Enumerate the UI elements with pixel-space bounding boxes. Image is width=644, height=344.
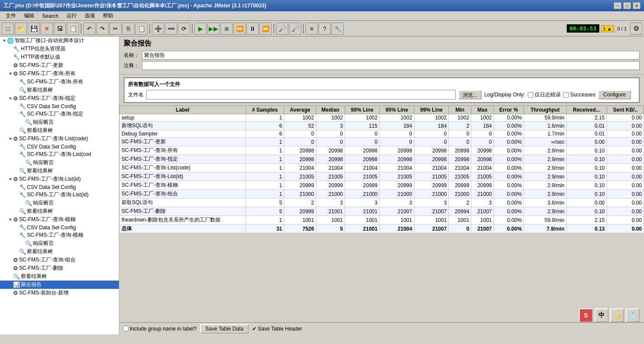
toolbar-close[interactable]: ✕ — [41, 23, 53, 35]
tree-node-response-2[interactable]: 🔍响应断言 — [0, 159, 119, 167]
menu-help[interactable]: 帮助 — [99, 11, 117, 21]
toolbar-shutdown[interactable]: ⏩ — [233, 23, 246, 35]
toolbar-saveas[interactable]: 🖫 — [54, 23, 66, 35]
tree-node-root[interactable]: ▼🌐智能工厂接口-自动化脚本设计 — [0, 36, 119, 45]
corner-btn-s[interactable]: S — [579, 308, 593, 322]
table-cell: 0.10 — [566, 172, 607, 181]
maximize-button[interactable]: □ — [623, 2, 631, 9]
error-only-checkbox[interactable] — [528, 92, 533, 98]
configure-button[interactable]: Configure — [598, 90, 631, 99]
tree-node-aggregate-report[interactable]: 📊聚合报告 — [0, 281, 119, 289]
col-error: Error % — [494, 106, 524, 114]
table-cell: 0 — [345, 138, 380, 146]
save-table-data-button[interactable]: Save Table Data — [200, 324, 249, 334]
toolbar-new[interactable]: □ — [2, 23, 14, 35]
table-row: SC-FMS-工厂-查询-指定1209982099820998209982099… — [120, 155, 644, 164]
tree-node-view-results-4[interactable]: 🔍察看结果树 — [0, 207, 119, 215]
tree-node-response-3[interactable]: 🔍响应断言 — [0, 199, 119, 207]
tree-node-sc-fms-query-fuzzy[interactable]: ▼⚙SC-FMS-工厂-查询-模糊 — [0, 215, 119, 224]
tree-node-response-4[interactable]: 🔍响应断言 — [0, 239, 119, 248]
toolbar-stop[interactable]: ⏹ — [220, 23, 233, 35]
toolbar-clear-all[interactable]: ⏩ — [260, 23, 272, 35]
menu-file[interactable]: 文件 — [2, 11, 20, 21]
comment-label: 注释： — [124, 62, 139, 69]
tree-node-sc-fms-query-list-id[interactable]: ▼⚙SC-FMS-工厂-查询-List(id) — [0, 175, 119, 183]
tree-node-http-default[interactable]: 🔧HTTP请求默认值 — [0, 53, 119, 61]
tree-node-sc-fms-update[interactable]: ⚙SC-FMS-工厂-更新 — [0, 61, 119, 69]
corner-btn-zh[interactable]: 中 — [595, 308, 608, 322]
table-cell: 21000 — [471, 190, 494, 198]
toolbar-paste2[interactable]: 📋 — [135, 23, 148, 35]
toolbar-zoom[interactable]: ⚙ — [630, 23, 642, 35]
tree-node-sc-fms-query-fuzzy-req[interactable]: 🔧SC-FMS-工厂-查询-模糊 — [0, 231, 119, 239]
expand-icon[interactable]: ▼ — [8, 96, 13, 101]
node-label: 察看结果树 — [27, 86, 53, 94]
expand-icon[interactable]: ▼ — [8, 71, 13, 76]
minimize-button[interactable]: ─ — [614, 2, 621, 9]
toolbar-paste[interactable]: 📋 — [67, 23, 79, 35]
browse-button[interactable]: 浏览... — [458, 90, 482, 99]
menu-options[interactable]: 选项 — [81, 11, 99, 21]
tree-node-sc-fms-query-list-id-req[interactable]: 🔧SC-FMS-工厂-查询-List(id) — [0, 191, 119, 199]
tree-node-sc-fms-new[interactable]: ⚙SC-FMS-装卸台-新增 — [0, 289, 119, 297]
toolbar-list[interactable]: ≡ — [306, 23, 318, 35]
tree-node-sc-fms-query-all[interactable]: ▼⚙SC-FMS-工厂-查询-所有 — [0, 69, 119, 78]
menu-search[interactable]: Search — [38, 12, 62, 20]
tree-node-csv-data-1[interactable]: 🔧CSV Data Set Config — [0, 103, 119, 110]
comment-input[interactable] — [142, 61, 640, 70]
toolbar-cut[interactable]: ✂ — [109, 23, 122, 35]
table-cell: 0.00% — [494, 172, 524, 181]
expand-icon[interactable]: ▼ — [8, 177, 13, 182]
tree-node-csv-data-2[interactable]: 🔧CSV Data Set Config — [0, 143, 119, 150]
tree-node-http-header[interactable]: 🔧HTTP信息头管理器 — [0, 45, 119, 53]
table-cell: 1001 — [345, 216, 380, 225]
tree-node-sc-fms-query-list-code-req[interactable]: 🔧SC-FMS-工厂-查询-List(cod — [0, 150, 119, 159]
menu-run[interactable]: 运行 — [62, 11, 81, 21]
toolbar-search[interactable]: 🔎 — [276, 23, 288, 35]
toolbar-redo[interactable]: ↷ — [96, 23, 108, 35]
tree-node-sc-fms-query-all-req[interactable]: 🔧SC-FMS-工厂-查询-所有 — [0, 78, 119, 86]
expand-icon[interactable]: ▼ — [8, 136, 13, 141]
toolbar-save[interactable]: 💾 — [28, 23, 40, 35]
tree-node-sc-fms-query-list-code[interactable]: ▼⚙SC-FMS-工厂-查询-List(code) — [0, 135, 119, 143]
toolbar-expand[interactable]: ➕ — [152, 23, 164, 35]
table-cell: 0.10 — [566, 164, 607, 172]
name-input[interactable] — [142, 51, 640, 60]
tree-node-sc-fms-query-spec[interactable]: ▼⚙SC-FMS-工厂-查询-指定 — [0, 94, 119, 103]
successes-checkbox[interactable] — [563, 92, 569, 98]
toolbar-start-no-pause[interactable]: ▶▶ — [207, 23, 220, 35]
toolbar-clear[interactable]: ⏸ — [246, 23, 259, 35]
table-cell: 3 — [379, 198, 414, 207]
corner-btn-shirt[interactable]: 👕 — [626, 308, 640, 322]
tree-node-view-results-2[interactable]: 🔍察看结果树 — [0, 126, 119, 135]
close-button[interactable]: ✕ — [633, 2, 641, 9]
tree-node-csv-data-4[interactable]: 🔧CSV Data Set Config — [0, 224, 119, 231]
tree-node-response-1[interactable]: 🔍响应断言 — [0, 118, 119, 126]
tree-node-view-results-5[interactable]: 🔍察看结果树 — [0, 248, 119, 256]
tree-node-view-results-1[interactable]: 🔍察看结果树 — [0, 86, 119, 94]
toolbar-open[interactable]: 📂 — [15, 23, 27, 35]
file-name-label: 文件名 — [128, 91, 144, 99]
tree-node-sc-fms-delete[interactable]: ⚙SC-FMS-工厂-删除 — [0, 264, 119, 272]
table-cell: 0.00 — [607, 172, 644, 181]
toolbar-copy[interactable]: ⎘ — [122, 23, 135, 35]
expand-icon[interactable]: ▼ — [2, 38, 7, 43]
expand-icon[interactable]: ▼ — [8, 217, 13, 222]
toolbar-help[interactable]: ? — [319, 23, 331, 35]
toolbar-toggle[interactable]: ⟳ — [178, 23, 190, 35]
toolbar-collapse[interactable]: ➖ — [165, 23, 177, 35]
file-name-input[interactable] — [146, 90, 456, 99]
tree-node-view-results-3[interactable]: 🔍察看结果树 — [0, 167, 119, 175]
tree-node-sc-fms-query-combo[interactable]: ⚙SC-FMS-工厂-查询-组合 — [0, 256, 119, 264]
toolbar-undo[interactable]: ↶ — [83, 23, 95, 35]
toolbar-search2[interactable]: 🔎 — [289, 23, 301, 35]
toolbar-sep-5 — [303, 23, 304, 34]
tree-node-sc-fms-query-spec-req[interactable]: 🔧SC-FMS-工厂-查询-指定 — [0, 110, 119, 118]
include-group-checkbox[interactable] — [123, 326, 128, 331]
toolbar-start[interactable]: ▶ — [194, 23, 207, 35]
tree-node-csv-data-3[interactable]: 🔧CSV Data Set Config — [0, 183, 119, 191]
toolbar-remote[interactable]: 🔧 — [332, 23, 344, 35]
tree-node-view-results-6[interactable]: 🔍察看结果树 — [0, 272, 119, 281]
corner-btn-moon[interactable]: 🌙 — [610, 308, 624, 322]
menu-edit[interactable]: 编辑 — [20, 11, 38, 21]
